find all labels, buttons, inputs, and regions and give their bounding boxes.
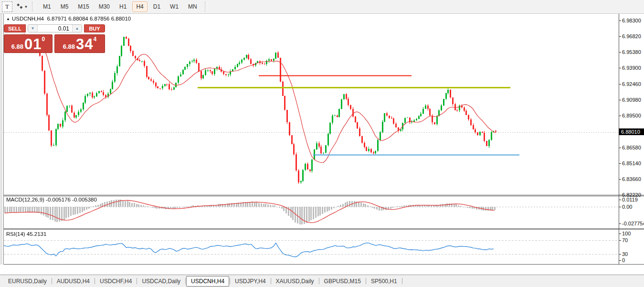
price-tick-mark bbox=[619, 195, 621, 195]
price-tick-mark bbox=[619, 84, 621, 85]
price-tick-mark bbox=[619, 148, 621, 148]
volume-stepper: ▼ ▲ bbox=[28, 24, 82, 32]
timeframe-mn[interactable]: MN bbox=[184, 1, 201, 12]
ohlc-values: 6.87971 6.88084 6.87856 6.88010 bbox=[47, 16, 131, 21]
chart-tab-xauusd-daily[interactable]: XAUUSD,Daily bbox=[272, 276, 318, 286]
rsi-tick-mark bbox=[619, 234, 621, 234]
macd-tick-mark bbox=[619, 207, 621, 207]
macd-name: MACD(12,26,9) bbox=[6, 197, 44, 202]
tab-separator bbox=[185, 278, 186, 284]
toolbar-separator bbox=[32, 1, 35, 12]
time-scale[interactable]: 29 Oct 20181 Nov 00:005 Nov 20:008 Nov 1… bbox=[0, 265, 644, 275]
volume-decrease-button[interactable]: ▼ bbox=[28, 25, 38, 32]
sell-button[interactable]: SELL bbox=[4, 24, 26, 32]
price-tick-label: 6.90980 bbox=[622, 97, 641, 103]
objects-tool-button[interactable]: ▼ bbox=[15, 2, 29, 11]
current-price-tag: 6.88010 bbox=[619, 128, 644, 135]
chart-tab-usdcnh-h4[interactable]: USDCNH,H4 bbox=[186, 276, 229, 287]
price-tick-mark bbox=[619, 163, 621, 164]
rsi-tick-mark bbox=[619, 260, 621, 261]
price-tick-label: 6.86580 bbox=[622, 145, 641, 150]
toolbar-separator bbox=[205, 1, 208, 12]
timeframe-w1[interactable]: W1 bbox=[166, 1, 182, 12]
sell-price-small: 6.88 bbox=[11, 43, 23, 50]
macd-tick-mark bbox=[619, 200, 621, 200]
volume-increase-button[interactable]: ▲ bbox=[72, 25, 82, 32]
timeframe-m1[interactable]: M1 bbox=[39, 1, 55, 12]
price-tick-label: 6.85140 bbox=[622, 160, 641, 166]
buy-price-big: 34 bbox=[76, 37, 93, 52]
rsi-name: RSI(14) bbox=[6, 231, 25, 237]
price-tick-mark bbox=[619, 179, 621, 180]
rsi-tick-label: 100 bbox=[622, 231, 631, 236]
chart-tab-sp500-h1[interactable]: SP500,H1 bbox=[367, 276, 401, 286]
macd-indicator-label: MACD(12,26,9) -0.005176 -0.005380 bbox=[6, 197, 97, 202]
price-tick-label: 6.96820 bbox=[622, 33, 641, 39]
price-tick-label: 6.92460 bbox=[622, 81, 641, 87]
price-tick-mark bbox=[619, 116, 621, 116]
sell-price-sup: 0 bbox=[42, 36, 45, 43]
price-tick-mark bbox=[619, 21, 621, 21]
price-tick-label: 6.89500 bbox=[622, 113, 641, 118]
chart-tab-gbpusd-m15[interactable]: GBPUSD,M15 bbox=[320, 276, 365, 286]
tab-separator bbox=[319, 278, 319, 284]
rsi-tick-mark bbox=[619, 254, 621, 255]
tab-separator bbox=[402, 278, 402, 284]
chevron-down-icon: ▼ bbox=[24, 5, 28, 9]
timeframe-h1[interactable]: H1 bbox=[116, 1, 130, 12]
timeframe-h4[interactable]: H4 bbox=[132, 1, 147, 12]
price-tick-mark bbox=[619, 36, 621, 37]
price-tick-label: 6.83660 bbox=[622, 176, 641, 182]
timeframe-d1[interactable]: D1 bbox=[149, 1, 164, 12]
chart-tab-usdjpy-h4[interactable]: USDJPY,H4 bbox=[231, 276, 270, 286]
buy-price-display[interactable]: 6.88 34 4 bbox=[54, 34, 105, 53]
sell-price-big: 01 bbox=[24, 37, 42, 52]
rsi-tick-mark bbox=[619, 240, 621, 241]
one-click-trading-panel: SELL ▼ ▲ BUY 6.88 01 0 6.88 34 4 bbox=[4, 22, 105, 53]
timeframe-m30[interactable]: M30 bbox=[95, 1, 114, 12]
left-gutter bbox=[0, 14, 4, 275]
chart-tab-usdcad-daily[interactable]: USDCAD,Daily bbox=[137, 276, 185, 286]
chart-tab-audusd-h4[interactable]: AUDUSD,H4 bbox=[53, 276, 94, 286]
tab-separator bbox=[95, 278, 95, 284]
tab-separator bbox=[366, 278, 366, 284]
price-tick-mark bbox=[619, 100, 621, 100]
volume-input[interactable] bbox=[38, 25, 72, 32]
chart-tab-usdchf-h4[interactable]: USDCHF,H4 bbox=[95, 276, 136, 286]
price-scale-divider bbox=[619, 14, 619, 265]
price-tick-mark bbox=[619, 52, 621, 53]
tab-separator bbox=[230, 278, 230, 284]
price-tick-mark bbox=[619, 68, 621, 68]
buy-price-sup: 4 bbox=[94, 36, 97, 43]
rsi-canvas[interactable] bbox=[4, 230, 619, 264]
tab-separator bbox=[52, 278, 52, 284]
sell-price-display[interactable]: 6.88 01 0 bbox=[4, 34, 53, 53]
chart-tab-eurusd-daily[interactable]: EURUSD,Daily bbox=[4, 276, 51, 286]
collapse-triangle-icon[interactable]: ▲ bbox=[6, 17, 10, 21]
text-tool-button[interactable]: T bbox=[2, 1, 12, 12]
chart-tab-bar: EURUSD,DailyAUDUSD,H4USDCHF,H4USDCAD,Dai… bbox=[0, 275, 644, 287]
price-tick-label: 6.93900 bbox=[622, 65, 641, 71]
macd-tick-mark bbox=[619, 223, 621, 224]
timeframe-m5[interactable]: M5 bbox=[57, 1, 73, 12]
symbol-period-label: USDCNH,H4 bbox=[12, 16, 44, 21]
tab-separator bbox=[271, 278, 271, 284]
rsi-indicator-label: RSI(14) 45.2131 bbox=[6, 231, 46, 237]
price-tick-label: 6.95380 bbox=[622, 49, 641, 55]
rsi-tick-label: 70 bbox=[622, 237, 628, 243]
objects-icon bbox=[16, 3, 23, 11]
rsi-tick-label: 0 bbox=[622, 257, 625, 263]
buy-button[interactable]: BUY bbox=[84, 24, 105, 32]
macd-current-values: -0.005176 -0.005380 bbox=[46, 197, 97, 202]
price-tick-label: 6.98300 bbox=[622, 18, 641, 23]
rsi-tick-label: 30 bbox=[622, 251, 628, 257]
timeframe-m15[interactable]: M15 bbox=[74, 1, 93, 12]
timeframe-button-group: M1M5M15M30H1H4D1W1MN bbox=[38, 1, 202, 12]
macd-tick-label: -0.027754 bbox=[622, 221, 644, 226]
macd-tick-label: 0.00 bbox=[622, 204, 632, 210]
trading-terminal-window: T ▼ M1M5M15M30H1H4D1W1MN ▲USDCNH,H4 6.87… bbox=[0, 0, 644, 287]
buy-price-small: 6.88 bbox=[63, 43, 75, 50]
chart-title: ▲USDCNH,H4 6.87971 6.88084 6.87856 6.880… bbox=[6, 16, 131, 21]
tab-separator bbox=[137, 278, 137, 284]
toolbar: T ▼ M1M5M15M30H1H4D1W1MN bbox=[0, 0, 644, 14]
